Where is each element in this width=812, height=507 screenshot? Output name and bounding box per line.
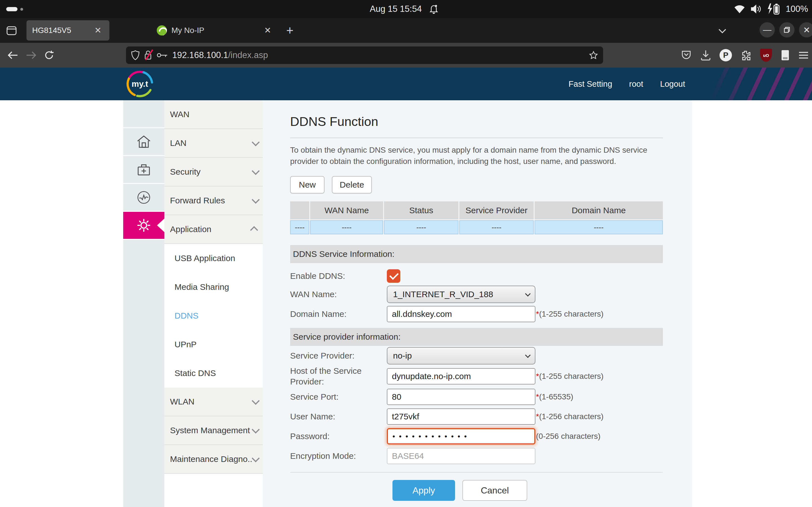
myt-logo: my.t [125, 69, 154, 99]
chevron-down-icon [252, 138, 260, 146]
tab-noip[interactable]: My No-IP ✕ [152, 20, 278, 41]
menu-item-upnp[interactable]: UPnP [164, 330, 263, 359]
main-content: DDNS Function To obtain the dynamic DNS … [263, 100, 692, 507]
menu-item-lan[interactable]: LAN [164, 129, 263, 158]
window-close-button[interactable]: ✕ [799, 22, 812, 38]
router-header: my.t Fast Setting root Logout [0, 68, 812, 100]
menu-item-application[interactable]: Application [164, 215, 263, 244]
nav-user-root[interactable]: root [629, 79, 643, 89]
enable-ddns-label: Enable DDNS: [290, 271, 387, 281]
menu-hamburger-icon[interactable] [799, 51, 809, 59]
menu-item-forward-rules[interactable]: Forward Rules [164, 186, 263, 215]
menu-item-wlan[interactable]: WLAN [164, 388, 263, 416]
encryption-mode-label: Encryption Mode: [290, 451, 387, 461]
list-all-tabs-icon[interactable] [714, 24, 730, 38]
tab-title: My No-IP [171, 26, 262, 35]
ddns-table: WAN Name Status Service Provider Domain … [290, 202, 663, 234]
section-ddns-service-information: DDNS Service Information: [290, 245, 663, 263]
enable-ddns-checkbox[interactable] [387, 269, 400, 283]
section-service-provider-information: Service provider information: [290, 328, 663, 346]
ublock-origin-icon[interactable]: uO [760, 49, 772, 62]
wan-name-select[interactable]: 1_INTERNET_R_VID_188 [387, 286, 536, 303]
reader-page-icon[interactable] [780, 49, 790, 61]
domain-name-input[interactable] [387, 306, 536, 322]
domain-name-hint: *(1-255 characters) [536, 309, 604, 319]
rail-application-icon[interactable] [123, 212, 164, 240]
table-row-cell[interactable]: ---- [384, 220, 458, 234]
rail-cell-empty [123, 100, 164, 128]
service-provider-select[interactable]: no-ip [387, 347, 536, 364]
volume-icon[interactable] [750, 4, 762, 14]
notification-bell-icon[interactable] [430, 4, 438, 14]
apply-button[interactable]: Apply [393, 480, 455, 501]
password-input[interactable] [387, 428, 536, 445]
shield-icon[interactable] [131, 50, 140, 60]
chevron-down-icon [525, 352, 530, 358]
rail-diagnose-icon[interactable] [123, 184, 164, 212]
extensions-puzzle-icon[interactable] [741, 50, 752, 61]
service-port-input[interactable] [387, 389, 536, 405]
host-input[interactable] [387, 368, 536, 385]
menu-item-media-sharing[interactable]: Media Sharing [164, 273, 263, 301]
pocket-icon[interactable] [680, 50, 692, 61]
intro-text: To obtain the dynamic DNS service, you m… [290, 145, 659, 167]
reload-button[interactable] [40, 46, 58, 64]
tab-close-icon[interactable]: ✕ [92, 25, 104, 36]
tab-router[interactable]: HG8145V5 ✕ [27, 20, 109, 41]
key-icon[interactable] [156, 52, 168, 58]
menu-item-security[interactable]: Security [164, 158, 263, 186]
menu-item-usb-application[interactable]: USB Application [164, 244, 263, 273]
menu-item-wan[interactable]: WAN [164, 100, 263, 129]
table-row-cell[interactable]: ---- [459, 220, 534, 234]
table-header-domain-name: Domain Name [535, 202, 663, 219]
rail-toolbox-icon[interactable] [123, 156, 164, 184]
url-host: 192.168.100.1 [172, 50, 228, 60]
delete-button[interactable]: Delete [332, 176, 372, 193]
menu-item-ddns[interactable]: DDNS [164, 301, 263, 330]
privacy-badger-icon[interactable]: P [719, 49, 732, 61]
insecure-lock-icon[interactable] [144, 50, 152, 60]
table-row-cell[interactable]: ---- [310, 220, 383, 234]
battery-charging-icon[interactable] [767, 3, 781, 15]
table-header-select [290, 202, 309, 219]
table-header-service-provider: Service Provider [459, 202, 534, 219]
encryption-mode-input [387, 448, 536, 464]
firefox-view-icon[interactable] [6, 25, 17, 36]
url-bar[interactable]: 192.168.100.1/index.asp [126, 47, 603, 64]
service-port-hint: *(1-65535) [536, 392, 573, 401]
forward-button[interactable] [22, 46, 40, 64]
active-notch [157, 219, 164, 232]
sidebar-menu: WAN LAN Security Forward Rules Applicati… [164, 100, 263, 474]
back-button[interactable] [4, 46, 22, 64]
table-row-cell[interactable]: ---- [535, 220, 663, 234]
clock[interactable]: Aug 15 15:54 [370, 4, 421, 14]
system-bar: Aug 15 15:54 100% [0, 0, 812, 18]
window-maximize-button[interactable] [779, 22, 795, 38]
password-hint: (0-256 characters) [536, 432, 601, 441]
tab-title: HG8145V5 [32, 26, 92, 35]
nav-logout[interactable]: Logout [660, 79, 685, 89]
new-button[interactable]: New [290, 176, 324, 193]
url-path: /index.asp [228, 50, 268, 60]
rail-home-icon[interactable] [123, 128, 164, 156]
nav-fast-setting[interactable]: Fast Setting [569, 79, 612, 89]
chevron-down-icon [252, 426, 260, 434]
new-tab-button[interactable]: + [282, 22, 298, 38]
table-row-cell[interactable]: ---- [290, 220, 309, 234]
window-minimize-button[interactable]: — [760, 22, 775, 38]
tab-close-icon[interactable]: ✕ [262, 25, 273, 36]
bookmark-star-icon[interactable] [589, 51, 598, 60]
user-name-hint: *(1-256 characters) [536, 412, 604, 421]
cancel-button[interactable]: Cancel [462, 480, 527, 501]
url-text[interactable]: 192.168.100.1/index.asp [172, 50, 585, 60]
download-icon[interactable] [700, 50, 711, 61]
chevron-down-icon [252, 454, 260, 462]
service-provider-label: Service Provider: [290, 350, 387, 361]
page-title: DDNS Function [290, 114, 663, 129]
menu-item-maintenance-diagnose[interactable]: Maintenance Diagno... [164, 445, 263, 474]
password-label: Password: [290, 431, 387, 442]
user-name-input[interactable] [387, 408, 536, 425]
wifi-icon[interactable] [734, 4, 745, 13]
menu-item-system-management[interactable]: System Management [164, 416, 263, 445]
menu-item-static-dns[interactable]: Static DNS [164, 359, 263, 388]
